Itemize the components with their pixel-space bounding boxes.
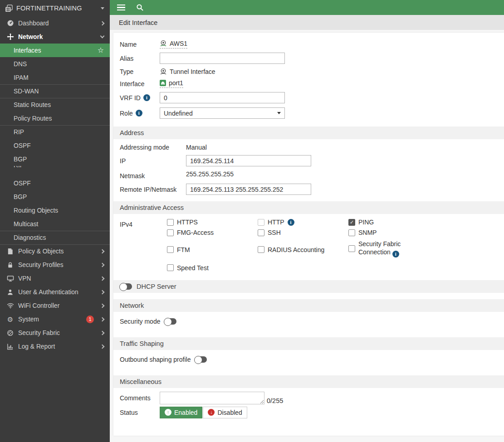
sidebar-item-rip[interactable]: RIP [0,125,110,139]
status-disabled-button[interactable]: ↓ Disabled [203,407,247,418]
ip-input[interactable] [186,155,311,166]
sidebar-item-label: OSPF [14,142,104,149]
sidebar-item-network[interactable]: Network [0,30,110,44]
checkbox-snmp[interactable]: SNMP [348,229,448,236]
outbound-shaping-label: Outbound shaping profile [120,356,191,363]
sidebar-item-dashboard[interactable]: Dashboard [0,16,110,30]
security-mode-toggle[interactable] [164,318,176,325]
sidebar-item-bgp[interactable]: BGP [0,152,110,166]
favorite-star-icon[interactable]: ☆ [98,47,104,54]
sidebar-item-policy-routes[interactable]: Policy Routes [0,112,110,125]
checkbox-http[interactable]: HTTPi [258,219,348,226]
sidebar-item-user-authentication[interactable]: User & Authentication [0,285,110,299]
sidebar-item-rip-clipped[interactable]: RIP [0,166,110,176]
vrf-row: VRF ID i [120,92,504,103]
security-mode-label: Security mode [120,318,160,325]
dhcp-server-label: DHCP Server [137,283,176,290]
checkbox-box[interactable] [258,229,264,236]
logo-row[interactable]: FORTINETTRAINING [0,0,110,16]
info-icon[interactable]: i [288,219,294,226]
fabric-icon [6,330,15,336]
checkbox-box[interactable] [348,229,355,236]
checkbox-label: RADIUS Accounting [268,246,324,253]
sidebar-item-label: Dashboard [18,20,98,27]
checkbox-label: SNMP [358,229,377,236]
sidebar-item-vpn[interactable]: VPN [0,272,110,285]
checkbox-speed-test[interactable]: Speed Test [167,264,258,272]
sidebar-item-label: BGP [14,194,104,200]
checkbox-box[interactable] [258,219,264,226]
checkbox-ssh[interactable]: SSH [258,229,348,236]
device-name: FORTINETTRAINING [16,5,101,12]
sidebar-item-label: Network [18,34,98,40]
sidebar-item-label: RIP [14,129,104,136]
alias-input[interactable] [160,53,285,64]
chevron-down-icon [100,34,105,39]
dhcp-server-toggle[interactable] [120,283,132,290]
checkbox-box[interactable] [167,264,174,271]
sidebar-item-log-report[interactable]: Log & Report [0,340,110,353]
parent-interface-object[interactable]: port1 [160,79,183,88]
sidebar-item-sdwan[interactable]: SD-WAN [0,84,110,98]
checkbox-label: PING [358,219,374,226]
content-area: Name AWS1 Alias Type [110,30,504,442]
checkbox-box[interactable] [167,229,174,236]
search-icon[interactable] [136,4,144,11]
netmask-value: 255.255.255.255 [186,170,234,178]
type-row: Type Tunnel Interface [120,68,504,75]
info-icon[interactable]: i [136,110,142,117]
interface-value: port1 [169,79,183,87]
system-alert-badge: 1 [86,316,94,323]
sidebar-item-bgp-2[interactable]: BGP [0,190,110,204]
checkbox-box[interactable] [167,219,174,226]
checkbox-ping[interactable]: ✓PING [348,219,448,226]
hamburger-menu-icon[interactable] [117,5,125,10]
role-select[interactable]: Undefined [160,107,285,119]
checkbox-box[interactable] [167,246,174,253]
info-icon[interactable]: i [143,94,150,101]
vrf-id-input[interactable] [160,92,285,103]
comments-textarea[interactable] [160,392,264,404]
checkbox-https[interactable]: HTTPS [167,219,258,226]
checkbox-ftm[interactable]: FTM [167,246,258,253]
type-value: Tunnel Interface [170,68,215,75]
sidebar-item-diagnostics[interactable]: Diagnostics [0,231,110,244]
addressing-mode-row: Addressing mode Manual [120,144,504,151]
chevron-right-icon [100,21,105,25]
name-value: AWS1 [170,40,187,47]
sidebar-item-system[interactable]: ⚙ System 1 [0,312,110,326]
remote-ip-input[interactable] [186,184,311,195]
checkbox-security-fabric-connection[interactable]: Security Fabric Connection i [348,240,448,257]
sidebar-item-security-fabric[interactable]: Security Fabric [0,326,110,340]
miscellaneous-section-header: Miscellaneous [113,375,504,388]
interface-row: Interface port1 [120,79,504,88]
sidebar-item-interfaces[interactable]: Interfaces ☆ [0,44,110,57]
checkbox-fmg-access[interactable]: FMG-Access [167,229,258,236]
sidebar-nav: Dashboard Network Interfaces ☆ DNS IPAM … [0,16,110,353]
checkbox-box[interactable] [258,246,264,253]
interface-name-object[interactable]: AWS1 [160,40,187,49]
sidebar-item-static-routes[interactable]: Static Routes [0,98,110,112]
outbound-shaping-toggle[interactable] [195,356,207,363]
info-icon[interactable]: i [392,251,399,257]
tunnel-icon [160,68,167,75]
checkbox-label: HTTP [268,219,284,226]
sidebar-item-wifi-controller[interactable]: WiFi Controller [0,299,110,312]
sidebar-item-dns[interactable]: DNS [0,57,110,71]
sidebar-item-multicast[interactable]: Multicast [0,217,110,231]
sidebar-item-routing-objects[interactable]: Routing Objects [0,204,110,217]
sidebar-item-label: VPN [18,275,98,282]
addressing-mode-label: Addressing mode [120,144,186,151]
dhcp-server-section-header: DHCP Server [113,280,504,293]
gauge-icon [6,19,15,27]
arrow-down-circle-icon: ↓ [208,409,215,416]
checkbox-box[interactable] [348,245,355,252]
sidebar-item-security-profiles[interactable]: Security Profiles [0,258,110,272]
sidebar-item-ospf[interactable]: OSPF [0,139,110,152]
checkbox-box-checked[interactable]: ✓ [348,219,355,226]
sidebar-item-ipam[interactable]: IPAM [0,71,110,84]
sidebar-item-ospf-2[interactable]: OSPF [0,176,110,190]
sidebar-item-policy-objects[interactable]: Policy & Objects [0,244,110,258]
checkbox-radius-accounting[interactable]: RADIUS Accounting [258,246,348,253]
status-enabled-button[interactable]: ↑ Enabled [160,407,202,418]
